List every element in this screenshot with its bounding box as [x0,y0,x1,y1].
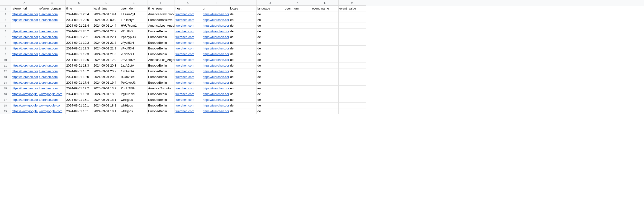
cell-K16[interactable] [284,91,311,97]
cell-K17[interactable] [284,97,311,103]
cell-M7[interactable] [338,40,366,46]
cell-M10[interactable] [338,57,366,63]
cell-J1[interactable]: language [257,6,284,12]
cell-K2[interactable] [284,12,311,17]
cell-J17[interactable]: de [257,97,284,103]
cell-H3[interactable]: https://tuerchen.com/ [202,17,230,23]
cell-I11[interactable]: de [230,63,257,68]
col-header-E[interactable]: E [120,0,148,6]
cell-D15[interactable]: 2024-09-01 13:2 [93,86,120,91]
col-header-J[interactable]: J [257,0,284,6]
cell-G6[interactable]: tuerchen.com [175,34,202,40]
cell-G10[interactable]: tuerchen.com [175,57,202,63]
cell-I16[interactable]: de [230,91,257,97]
cell-J7[interactable]: de [257,40,284,46]
cell-A14[interactable]: https://tuerchen.com/ [11,80,38,86]
row-header-3[interactable]: 3 [0,17,11,23]
cell-D8[interactable]: 2024-09-01 21:3 [93,46,120,51]
cell-A1[interactable]: referrer_url [11,6,38,12]
row-header-2[interactable]: 2 [0,12,11,17]
cell-C2[interactable]: 2024-09-01 23:4 [66,12,93,17]
cell-L16[interactable] [311,91,338,97]
cell-J8[interactable]: de [257,46,284,51]
cell-M16[interactable] [338,91,366,97]
cell-F19[interactable]: Europe/Berlin [148,108,175,114]
cell-F7[interactable]: Europe/Berlin [148,40,175,46]
cell-L5[interactable] [311,29,338,34]
cell-C13[interactable]: 2024-09-01 18:0 [66,74,93,80]
cell-H15[interactable]: https://tuerchen.com/ [202,86,230,91]
cell-L19[interactable] [311,108,338,114]
cell-H8[interactable]: https://tuerchen.com/ [202,46,230,51]
cell-G7[interactable]: tuerchen.com [175,40,202,46]
cell-E2[interactable]: EFzauPgT [120,12,148,17]
cell-I6[interactable]: de [230,34,257,40]
cell-B14[interactable]: tuerchen.com [38,80,66,86]
cell-E15[interactable]: ZpUgTFfH [120,86,148,91]
cell-M9[interactable] [338,51,366,57]
cell-C16[interactable]: 2024-09-01 16:3 [66,91,93,97]
cell-I17[interactable]: de [230,97,257,103]
row-header-18[interactable]: 18 [0,103,11,108]
cell-F18[interactable]: Europe/Berlin [148,103,175,108]
cell-E7[interactable]: vFydi53H [120,40,148,46]
cell-F2[interactable]: America/New_York [148,12,175,17]
cell-C18[interactable]: 2024-09-01 16:1 [66,103,93,108]
cell-A9[interactable]: https://tuerchen.com/ [11,51,38,57]
cell-L4[interactable] [311,23,338,29]
cell-D12[interactable]: 2024-09-01 20:2 [93,68,120,74]
cell-E5[interactable]: Vf5LIIhB [120,29,148,34]
cell-L8[interactable] [311,46,338,51]
cell-H19[interactable]: https://tuerchen.com/ [202,108,230,114]
cell-J2[interactable]: de [257,12,284,17]
row-header-8[interactable]: 8 [0,46,11,51]
cell-A12[interactable]: https://tuerchen.com/ [11,68,38,74]
cell-C8[interactable]: 2024-09-01 19:3 [66,46,93,51]
cell-I7[interactable]: de [230,40,257,46]
cell-E11[interactable]: 1zzA2otA [120,63,148,68]
cell-I4[interactable]: de [230,23,257,29]
cell-H5[interactable]: https://tuerchen.com/ [202,29,230,34]
cell-M1[interactable]: event_value [338,6,366,12]
cell-F6[interactable]: Europe/Berlin [148,34,175,40]
cell-M4[interactable] [338,23,366,29]
cell-J14[interactable]: de [257,80,284,86]
cell-G1[interactable]: host [175,6,202,12]
cell-K12[interactable] [284,68,311,74]
cell-I19[interactable]: de [230,108,257,114]
cell-A18[interactable]: https://www.google.com/ [11,103,38,108]
cell-H16[interactable]: https://tuerchen.com/ [202,91,230,97]
row-header-12[interactable]: 12 [0,68,11,74]
cell-A2[interactable]: https://tuerchen.com/ [11,12,38,17]
cell-K19[interactable] [284,108,311,114]
cell-I9[interactable]: de [230,51,257,57]
cell-J18[interactable]: de [257,103,284,108]
cell-L11[interactable] [311,63,338,68]
cell-E8[interactable]: vFydi53H [120,46,148,51]
col-header-L[interactable]: L [311,0,338,6]
cell-K6[interactable] [284,34,311,40]
col-header-G[interactable]: G [175,0,202,6]
cell-J10[interactable]: de [257,57,284,63]
row-header-17[interactable]: 17 [0,97,11,103]
cell-J16[interactable]: de [257,91,284,97]
cell-I15[interactable]: en [230,86,257,91]
cell-L1[interactable]: event_name [311,6,338,12]
cell-E10[interactable]: 2mJufbSY [120,57,148,63]
cell-J15[interactable]: en [257,86,284,91]
cell-D16[interactable]: 2024-09-01 18:3 [93,91,120,97]
cell-B17[interactable]: tuerchen.com [38,97,66,103]
cell-A4[interactable] [11,23,38,29]
col-header-K[interactable]: K [284,0,311,6]
col-header-I[interactable]: I [230,0,257,6]
cell-B1[interactable]: referrer_domain [38,6,66,12]
cell-F4[interactable]: America/Los_Angeles [148,23,175,29]
row-header-6[interactable]: 6 [0,34,11,40]
cell-J13[interactable]: de [257,74,284,80]
cell-K14[interactable] [284,80,311,86]
cell-A5[interactable]: https://tuerchen.com/ [11,29,38,34]
select-all-corner[interactable] [0,0,11,6]
cell-K8[interactable] [284,46,311,51]
cell-F14[interactable]: Europe/Berlin [148,80,175,86]
row-header-7[interactable]: 7 [0,40,11,46]
